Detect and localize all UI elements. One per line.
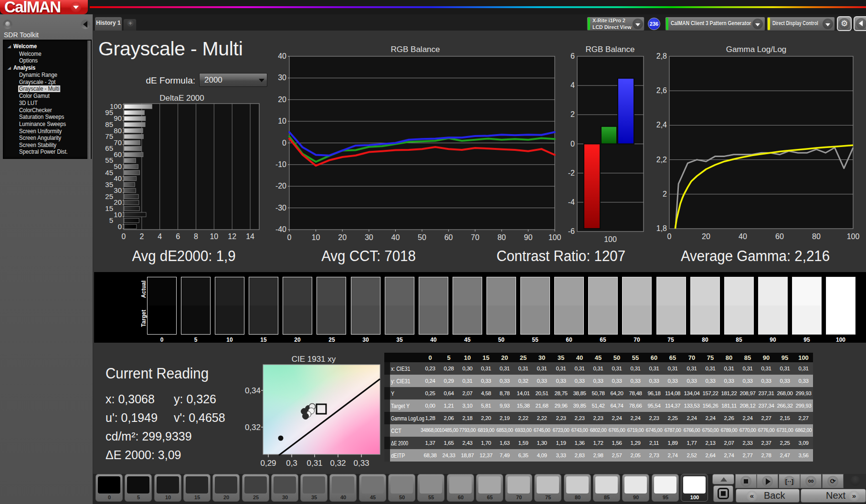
svg-text:0,29: 0,29 xyxy=(260,459,276,468)
svg-text:0: 0 xyxy=(287,233,292,242)
svg-text:2,6: 2,6 xyxy=(656,86,667,94)
svg-text:20: 20 xyxy=(338,233,347,242)
svg-text:70: 70 xyxy=(114,138,122,147)
svg-text:2: 2 xyxy=(570,110,575,118)
svg-text:2,4: 2,4 xyxy=(656,121,667,129)
svg-text:10: 10 xyxy=(210,232,218,241)
svg-text:0: 0 xyxy=(118,222,122,231)
svg-text:Gamma Log/Log: Gamma Log/Log xyxy=(726,45,787,54)
svg-text:-6: -6 xyxy=(568,227,575,235)
svg-text:20: 20 xyxy=(114,198,122,206)
svg-text:80: 80 xyxy=(114,126,122,135)
svg-text:2,2: 2,2 xyxy=(656,156,667,164)
svg-text:30: 30 xyxy=(114,186,122,194)
svg-text:0: 0 xyxy=(570,140,575,148)
svg-text:2,8: 2,8 xyxy=(656,52,667,60)
svg-text:2: 2 xyxy=(663,190,667,198)
svg-text:0,31: 0,31 xyxy=(306,459,322,468)
svg-text:10: 10 xyxy=(312,233,320,242)
svg-text:14: 14 xyxy=(246,232,254,241)
svg-text:-40: -40 xyxy=(275,225,286,233)
svg-text:4: 4 xyxy=(158,232,162,241)
svg-text:-30: -30 xyxy=(275,204,286,212)
svg-text:60: 60 xyxy=(775,232,784,241)
svg-text:-20: -20 xyxy=(275,182,286,190)
svg-text:100: 100 xyxy=(847,232,860,241)
svg-text:0,32: 0,32 xyxy=(330,459,346,468)
svg-text:0,33: 0,33 xyxy=(353,459,369,468)
svg-text:85: 85 xyxy=(105,120,113,128)
svg-text:100: 100 xyxy=(549,233,561,242)
svg-text:-4: -4 xyxy=(568,198,575,206)
svg-text:CIE 1931 xy: CIE 1931 xy xyxy=(292,355,336,364)
svg-text:10: 10 xyxy=(278,117,286,125)
svg-text:0: 0 xyxy=(122,232,126,241)
svg-text:6: 6 xyxy=(176,232,180,241)
svg-text:65: 65 xyxy=(105,144,113,152)
svg-text:25: 25 xyxy=(105,192,113,200)
svg-text:60: 60 xyxy=(114,150,122,158)
svg-text:70: 70 xyxy=(471,233,479,242)
svg-text:20: 20 xyxy=(278,95,286,104)
svg-text:2: 2 xyxy=(139,232,144,241)
svg-text:4: 4 xyxy=(570,81,575,89)
svg-text:8: 8 xyxy=(194,232,198,241)
svg-text:60: 60 xyxy=(444,233,453,242)
svg-text:30: 30 xyxy=(365,233,373,242)
svg-text:50: 50 xyxy=(114,162,122,170)
svg-text:10: 10 xyxy=(114,210,122,219)
svg-text:RGB Balance: RGB Balance xyxy=(391,45,440,54)
svg-text:95: 95 xyxy=(105,108,113,116)
svg-text:1,8: 1,8 xyxy=(656,224,667,232)
svg-text:90: 90 xyxy=(524,233,533,242)
svg-text:5: 5 xyxy=(109,216,113,224)
svg-text:20: 20 xyxy=(702,232,710,241)
svg-text:55: 55 xyxy=(105,156,113,164)
svg-text:40: 40 xyxy=(391,233,400,242)
svg-text:0,32: 0,32 xyxy=(245,423,261,432)
svg-text:15: 15 xyxy=(105,204,113,212)
svg-text:RGB Balance: RGB Balance xyxy=(586,45,635,54)
svg-text:0,3: 0,3 xyxy=(286,459,297,468)
svg-text:40: 40 xyxy=(114,174,122,182)
svg-text:0: 0 xyxy=(282,139,286,147)
svg-text:75: 75 xyxy=(105,132,113,140)
svg-text:-10: -10 xyxy=(275,160,286,168)
svg-text:0: 0 xyxy=(667,232,672,241)
svg-text:0,34: 0,34 xyxy=(245,386,261,395)
svg-text:50: 50 xyxy=(418,233,426,242)
svg-text:35: 35 xyxy=(105,180,113,189)
svg-text:80: 80 xyxy=(812,232,821,241)
svg-text:6: 6 xyxy=(570,52,575,60)
svg-text:45: 45 xyxy=(105,168,113,177)
svg-text:100: 100 xyxy=(604,235,617,243)
svg-text:40: 40 xyxy=(739,232,747,241)
svg-text:30: 30 xyxy=(278,74,286,82)
svg-text:80: 80 xyxy=(497,233,506,242)
svg-text:12: 12 xyxy=(228,232,236,241)
svg-text:DeltaE 2000: DeltaE 2000 xyxy=(159,94,204,103)
svg-text:90: 90 xyxy=(114,114,122,122)
svg-text:40: 40 xyxy=(278,52,286,60)
svg-text:-2: -2 xyxy=(568,169,575,177)
